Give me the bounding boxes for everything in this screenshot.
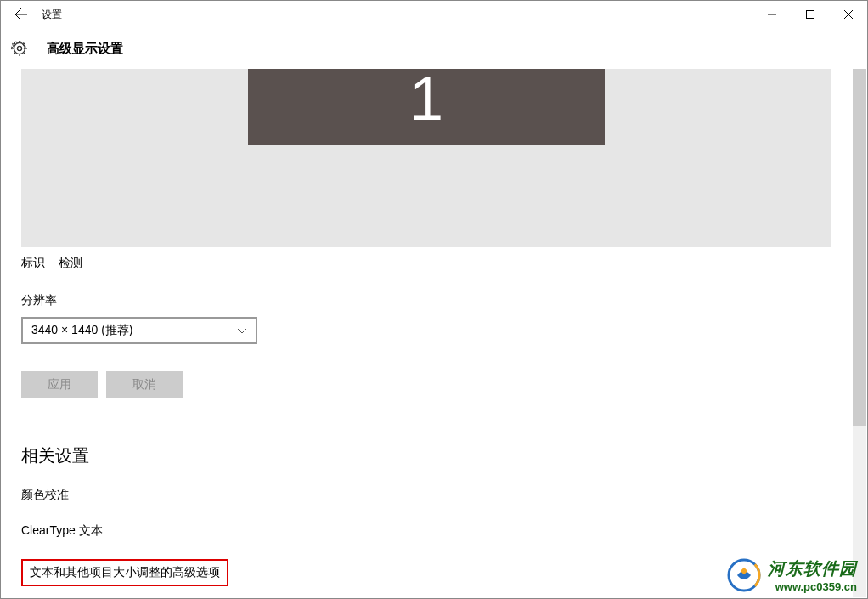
- titlebar: 设置: [1, 1, 867, 28]
- cleartype-link[interactable]: ClearType 文本: [21, 523, 831, 539]
- maximize-icon: [806, 10, 814, 19]
- chevron-down-icon: [237, 325, 247, 336]
- related-heading: 相关设置: [21, 444, 831, 467]
- minimize-button[interactable]: [752, 1, 791, 28]
- window-controls: [752, 1, 867, 28]
- close-icon: [844, 10, 853, 19]
- maximize-button[interactable]: [791, 1, 829, 28]
- content-area: 1 标识 检测 分辨率 3440 × 1440 (推荐) 应用 取消 相关设置 …: [1, 69, 852, 598]
- scrollbar-thumb[interactable]: [853, 69, 866, 426]
- button-row: 应用 取消: [21, 371, 831, 398]
- vertical-scrollbar[interactable]: [853, 69, 866, 597]
- back-button[interactable]: [1, 1, 42, 28]
- svg-line-10: [14, 53, 16, 54]
- minimize-icon: [768, 10, 776, 19]
- resolution-value: 3440 × 1440 (推荐): [31, 323, 132, 338]
- back-arrow-icon: [14, 8, 28, 21]
- resolution-dropdown[interactable]: 3440 × 1440 (推荐): [21, 317, 257, 344]
- detect-link[interactable]: 检测: [59, 256, 82, 271]
- color-calibration-link[interactable]: 颜色校准: [21, 488, 831, 503]
- monitor-number: 1: [409, 69, 443, 133]
- gear-icon: [11, 40, 28, 57]
- close-button[interactable]: [829, 1, 867, 28]
- svg-point-1: [14, 43, 25, 54]
- display-actions: 标识 检测: [21, 256, 831, 271]
- svg-point-2: [18, 47, 22, 51]
- cancel-button[interactable]: 取消: [106, 371, 183, 398]
- header: 高级显示设置: [1, 28, 867, 69]
- page-title: 高级显示设置: [47, 41, 123, 57]
- text-scaling-link[interactable]: 文本和其他项目大小调整的高级选项: [21, 559, 228, 586]
- window-title: 设置: [42, 8, 752, 22]
- svg-line-8: [24, 53, 25, 54]
- apply-button[interactable]: 应用: [21, 371, 98, 398]
- monitor-thumbnail[interactable]: 1: [248, 69, 605, 145]
- display-preview: 1: [21, 69, 831, 247]
- svg-rect-0: [806, 11, 814, 19]
- identify-link[interactable]: 标识: [21, 256, 45, 271]
- resolution-label: 分辨率: [21, 293, 831, 308]
